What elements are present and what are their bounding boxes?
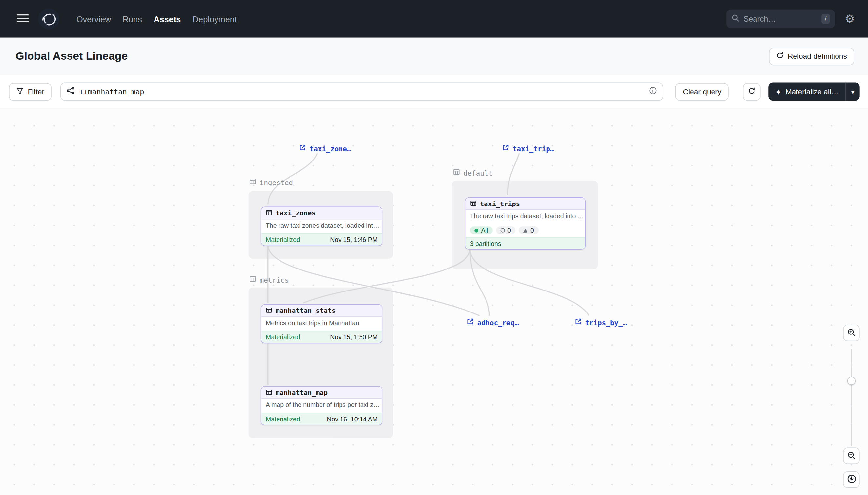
gear-icon: ⚙ (845, 14, 854, 24)
asset-description: Metrics on taxi trips in Manhattan (262, 317, 382, 330)
lineage-canvas[interactable]: taxi_zone… taxi_trip… adhoc_req… trips_b… (0, 109, 868, 495)
green-dot-icon (474, 228, 478, 233)
asset-timestamp: Nov 16, 10:14 AM (327, 415, 377, 422)
asset-selection-input-wrap (60, 82, 663, 101)
external-asset-taxi-zone-file[interactable]: taxi_zone… (299, 143, 351, 153)
group-icon (249, 178, 256, 187)
clear-query-button[interactable]: Clear query (676, 83, 729, 100)
external-link-icon (575, 318, 582, 327)
external-asset-taxi-trip-file[interactable]: taxi_trip… (502, 143, 554, 153)
materialize-all-button[interactable]: ✦ Materialize all… (768, 82, 845, 101)
asset-footer: 3 partitions (465, 237, 585, 249)
group-label-metrics[interactable]: metrics (249, 275, 289, 284)
primary-nav: Overview Runs Assets Deployment (75, 12, 238, 25)
zoom-in-button[interactable] (843, 325, 860, 341)
zoom-out-button[interactable] (843, 448, 860, 464)
external-asset-label: adhoc_req… (477, 318, 519, 326)
asset-footer: Materialized Nov 15, 1:50 PM (262, 330, 382, 343)
canvas-view-controls (843, 325, 860, 488)
warning-triangle-icon (523, 228, 528, 233)
filter-button[interactable]: Filter (9, 83, 52, 100)
nav-assets[interactable]: Assets (153, 12, 182, 25)
asset-status: Materialized (266, 415, 300, 422)
dagster-logo[interactable] (38, 8, 60, 30)
op-selector-icon (67, 86, 75, 97)
asset-footer: Materialized Nov 15, 1:46 PM (262, 233, 382, 245)
nav-runs[interactable]: Runs (121, 12, 143, 25)
external-asset-trips-by-week[interactable]: trips_by_… (575, 318, 627, 327)
global-search[interactable]: / (726, 10, 835, 28)
partition-badge-missing[interactable]: 0 (496, 226, 516, 234)
asset-timestamp: Nov 15, 1:46 PM (330, 236, 377, 243)
refresh-icon (748, 87, 756, 97)
asset-node-manhattan-stats[interactable]: manhattan_stats Metrics on taxi trips in… (261, 304, 383, 343)
asset-description: The raw taxi trips dataset, loaded into … (465, 210, 585, 224)
zoom-slider-handle[interactable] (847, 377, 855, 385)
partition-badge-failed[interactable]: 0 (519, 226, 539, 234)
zoom-slider[interactable] (843, 349, 860, 446)
asset-name: taxi_trips (480, 200, 520, 207)
group-name: metrics (260, 276, 289, 284)
asset-description: A map of the number of trips per taxi z… (262, 399, 382, 413)
reload-definitions-button[interactable]: Reload definitions (768, 47, 854, 65)
asset-node-manhattan-map[interactable]: manhattan_map A map of the number of tri… (261, 386, 383, 425)
asset-node-header: taxi_trips (465, 198, 585, 210)
reload-definitions-label: Reload definitions (787, 52, 847, 61)
sparkle-icon: ✦ (775, 88, 782, 96)
table-icon (266, 387, 272, 397)
group-name: ingested (260, 178, 293, 186)
group-label-ingested[interactable]: ingested (249, 178, 293, 187)
hamburger-menu-button[interactable] (14, 10, 32, 28)
refresh-icon (776, 52, 784, 61)
chevron-down-icon: ▾ (851, 88, 854, 96)
external-link-icon (299, 143, 306, 153)
partition-badge-label: All (481, 227, 488, 234)
asset-timestamp: Nov 15, 1:50 PM (330, 334, 377, 340)
lineage-toolbar: Filter Clear query ✦ Materialize all… ▾ (0, 75, 868, 109)
asset-status: Materialized (266, 236, 300, 243)
zoom-out-icon (847, 451, 856, 461)
funnel-icon (16, 87, 24, 97)
asset-node-taxi-zones[interactable]: taxi_zones The raw taxi zones dataset, l… (261, 206, 383, 246)
external-link-icon (467, 318, 474, 327)
partition-badge-count: 0 (508, 227, 511, 234)
asset-name: taxi_zones (276, 209, 316, 217)
zoom-in-icon (847, 328, 856, 338)
materialize-dropdown-button[interactable]: ▾ (845, 82, 860, 101)
zoom-slider-track (851, 349, 852, 446)
asset-node-header: taxi_zones (262, 207, 382, 219)
asset-node-taxi-trips[interactable]: taxi_trips The raw taxi trips dataset, l… (465, 197, 586, 250)
asset-node-header: manhattan_map (262, 387, 382, 399)
asset-footer: Materialized Nov 16, 10:14 AM (262, 413, 382, 425)
table-icon (266, 208, 272, 218)
download-icon (847, 474, 856, 485)
info-icon[interactable] (649, 86, 657, 97)
table-icon (266, 306, 272, 315)
nav-deployment[interactable]: Deployment (191, 12, 238, 25)
external-asset-label: trips_by_… (585, 318, 627, 326)
page-title: Global Asset Lineage (15, 50, 128, 63)
external-asset-adhoc-request[interactable]: adhoc_req… (467, 318, 519, 327)
partition-badge-materialized[interactable]: All (470, 226, 493, 234)
external-asset-label: taxi_trip… (513, 144, 554, 153)
asset-selection-input[interactable] (79, 88, 644, 96)
group-label-default[interactable]: default (453, 168, 492, 177)
nav-overview[interactable]: Overview (75, 12, 112, 25)
group-name: default (463, 169, 492, 177)
search-input[interactable] (743, 14, 817, 23)
empty-circle-icon (500, 228, 505, 233)
settings-gear-button[interactable]: ⚙ (845, 14, 854, 24)
refresh-graph-button[interactable] (743, 83, 761, 100)
external-asset-label: taxi_zone… (309, 144, 351, 153)
partition-status-badges: All 0 0 (465, 224, 585, 237)
search-shortcut-key: / (821, 14, 830, 24)
asset-description: The raw taxi zones dataset, loaded int… (262, 219, 382, 233)
search-icon (731, 14, 739, 24)
materialize-all-label: Materialize all… (786, 88, 839, 96)
external-link-icon (502, 143, 510, 153)
partition-count: 3 partitions (470, 240, 501, 247)
top-nav: Overview Runs Assets Deployment / ⚙ (0, 0, 868, 38)
asset-status: Materialized (266, 334, 300, 340)
asset-node-header: manhattan_stats (262, 305, 382, 317)
download-view-button[interactable] (843, 471, 860, 488)
